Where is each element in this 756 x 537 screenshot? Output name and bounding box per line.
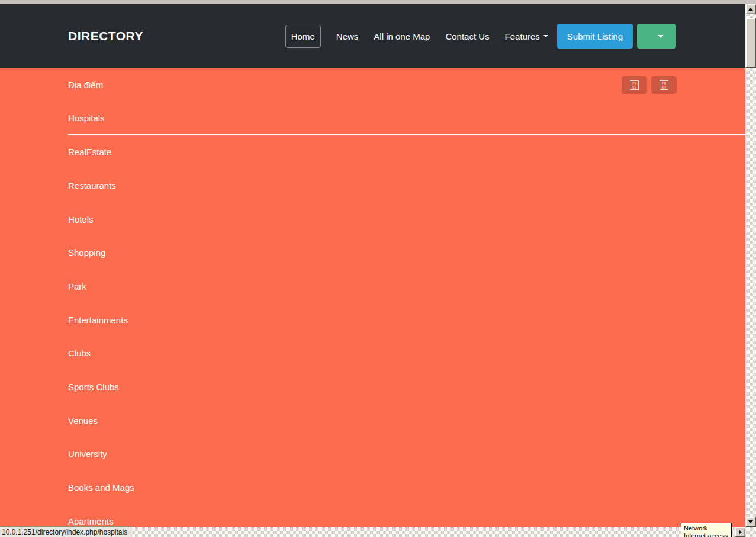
network-tooltip: Network Internet access <box>681 523 732 537</box>
category-item-venues[interactable]: Venues <box>68 404 745 438</box>
glyph-hex-top: F0 <box>662 81 666 85</box>
scroll-right-button[interactable] <box>735 527 745 537</box>
network-tooltip-line1: Network <box>684 525 729 532</box>
nav-item-features-label: Features <box>505 31 540 41</box>
page: DIRECTORY Home News All in one Map Conta… <box>0 0 756 537</box>
category-item-university[interactable]: University <box>68 438 745 471</box>
category-item-hotels[interactable]: Hotels <box>68 202 745 236</box>
scroll-up-button[interactable] <box>745 4 756 14</box>
status-url-bubble: 10.0.1.251/directory/index.php/hospitals <box>0 526 131 537</box>
category-item-sports-clubs[interactable]: Sports Clubs <box>68 370 745 404</box>
arrow-right-icon <box>739 530 742 535</box>
glyph-hex-top: F0 <box>632 81 636 85</box>
category-item-hospitals[interactable]: Hospitals <box>68 102 745 136</box>
nav-item-features-dropdown[interactable]: Features <box>505 31 548 41</box>
category-item-shopping[interactable]: Shopping <box>68 236 745 269</box>
arrow-down-icon <box>748 520 753 523</box>
category-item-entertainments[interactable]: Entertainments <box>68 303 745 337</box>
caret-down-icon <box>543 35 548 37</box>
top-navbar: DIRECTORY Home News All in one Map Conta… <box>0 4 745 68</box>
chevron-left-icon: F0 53 <box>630 80 639 90</box>
browser-chrome-edge <box>0 0 756 4</box>
category-item-apartments[interactable]: Apartments <box>68 504 745 527</box>
category-item-restaurants[interactable]: Restaurants <box>68 169 745 202</box>
slider-toolbar: F0 53 F0 54 <box>622 76 677 94</box>
vertical-scrollbar-thumb[interactable] <box>745 18 756 68</box>
prev-button[interactable]: F0 53 <box>622 76 647 94</box>
arrow-up-icon <box>748 8 753 11</box>
submit-listing-button[interactable]: Submit Listing <box>557 24 633 49</box>
glyph-hex-bottom: 53 <box>632 85 636 89</box>
category-item-clubs[interactable]: Clubs <box>68 337 745 371</box>
category-item-realestate[interactable]: RealEstate <box>68 135 745 169</box>
caret-down-icon <box>658 35 664 38</box>
glyph-hex-bottom: 54 <box>662 85 666 89</box>
category-item-park[interactable]: Park <box>68 269 745 303</box>
nav-item-news[interactable]: News <box>336 31 359 41</box>
nav-item-all-in-one-map[interactable]: All in one Map <box>374 31 430 41</box>
main-nav: Home News All in one Map Contact Us Feat… <box>285 24 676 49</box>
network-tooltip-line2: Internet access <box>684 532 729 537</box>
nav-item-contact-us[interactable]: Contact Us <box>445 31 489 41</box>
vertical-scrollbar[interactable] <box>745 4 756 527</box>
nav-item-home[interactable]: Home <box>285 25 321 48</box>
account-dropdown-button[interactable] <box>637 24 676 49</box>
next-button[interactable]: F0 54 <box>651 76 677 94</box>
category-item-books-and-mags[interactable]: Books and Mags <box>68 471 745 504</box>
scroll-down-button[interactable] <box>745 517 756 527</box>
category-panel: F0 53 F0 54 Địa điểm Hospitals RealEstat… <box>0 68 745 527</box>
chevron-right-icon: F0 54 <box>660 80 668 90</box>
category-list: Địa điểm Hospitals RealEstate Restaurant… <box>0 68 745 527</box>
scrollbar-corner <box>745 527 756 537</box>
brand-logo: DIRECTORY <box>68 29 143 43</box>
